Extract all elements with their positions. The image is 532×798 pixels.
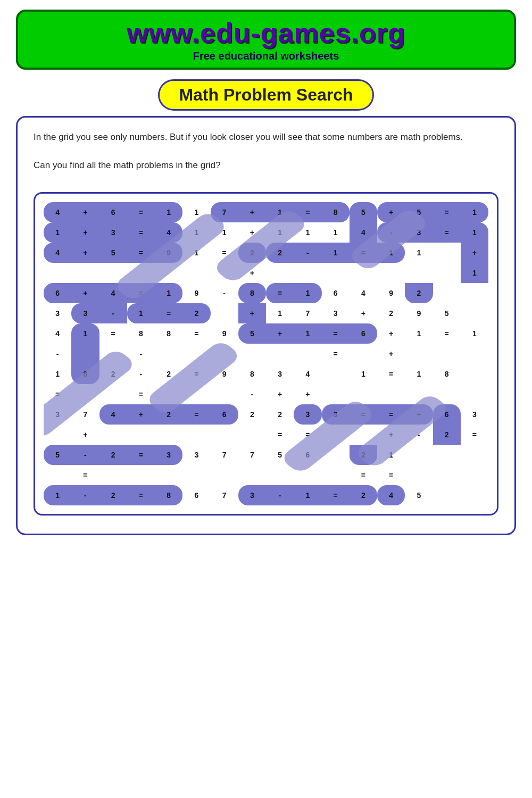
cell-r13c2: = [71,465,99,485]
cell-r1c4: = [127,202,155,222]
cell-r5c1: 3 [44,303,71,323]
cell-r2c6: 1 [182,222,210,243]
description-2: Can you find all the math problems in th… [34,160,498,171]
cell-r7c7 [211,344,238,364]
cell-r3c13: 1 [377,243,405,263]
cell-r8c15: 8 [433,364,461,384]
cell-r3c11: 1 [322,243,350,263]
cell-r3c6: 1 [182,243,210,263]
cell-r4c16: 2 [405,283,433,303]
cell-r7c12 [350,344,377,364]
cell-r1c9: 1 [266,202,294,222]
grid-row-6: 4 1 = 8 8 = 9 5 + 1 = 6 + 1 = [44,323,488,344]
grid-row-8: 1 8 2 - 2 = 9 8 3 4 1 = 1 8 [44,364,488,384]
grid-row-11: + = = + - 2 = [44,425,488,445]
grid-row-1: 4 + 6 = 1 1 7 + 1 = 8 5 + 5 = [44,202,488,222]
cell-r6c5: 8 [155,323,182,344]
cell-r2c11: 1 [322,222,350,243]
cell-r10c6: = [182,404,210,425]
cell-r6c11: = [322,323,350,344]
grid-row-4: 6 + 4 = 1 9 - 8 = 1 6 4 9 2 [44,283,488,303]
cell-r13c12: = [350,465,377,485]
cell-r1c15: = [433,202,461,222]
cell-r7c15 [433,344,461,364]
cell-r4c10: 1 [294,283,321,303]
cell-r5c12: + [350,303,377,323]
cell-r11c15: 2 [433,425,461,445]
cell-r6c7: 9 [211,323,238,344]
cell-r9c11 [322,384,350,404]
cell-r3b-span [44,263,238,283]
cell-r8c4: - [127,364,155,384]
cell-r8c8: 8 [238,364,266,384]
cell-r5c5: = [155,303,182,323]
cell-r7c13: + [377,344,405,364]
cell-r10c3: 4 [99,404,127,425]
cell-r12c2: - [71,445,99,465]
cell-r3c9: 2 [266,243,294,263]
cell-r13c5 [155,465,182,485]
cell-r13c6 [182,465,210,485]
cell-r6c14: 1 [405,323,433,344]
grid-row-5: 3 3 - 1 = 2 + 1 7 3 + 2 9 5 [44,303,488,323]
cell-r11c11 [322,425,350,445]
cell-r12c7: 7 [211,445,238,465]
cell-r5c2: 3 [71,303,99,323]
cell-r5c7 [211,303,238,323]
grid-row-12: 5 - 2 = 3 3 7 7 5 6 2 1 [44,445,488,465]
cell-r10c16: 3 [461,404,488,425]
cell-r1c1: 4 [44,202,71,222]
cell-r7c16 [461,344,488,364]
cell-r7c5 [155,344,182,364]
cell-r9c9: + [266,384,294,404]
cell-r5c11: 3 [322,303,350,323]
cell-r10c12: = [350,404,377,425]
cell-r3c3: 5 [99,243,127,263]
cell-r5c8: + [238,303,266,323]
cell-r5c14: 9 [405,303,433,323]
cell-r11c7 [211,425,238,445]
cell-r2c5: 4 [155,222,182,243]
cell-r13c3 [99,465,127,485]
cell-r8c14: 1 [405,364,433,384]
cell-r7c2 [71,344,99,364]
cell-r9c3 [99,384,127,404]
cell-r4c2: + [71,283,99,303]
cell-r12c1: 5 [44,445,71,465]
cell-r13c1 [44,465,71,485]
cell-r3c7: = [211,243,238,263]
cell-r7c3 [99,344,127,364]
cell-r5c4: 1 [127,303,155,323]
cell-r14c14: 4 [377,485,405,505]
cell-r13c11 [322,465,350,485]
cell-r1c8: + [238,202,266,222]
cell-r5c6: 2 [182,303,210,323]
cell-r4c3: 4 [99,283,127,303]
cell-r8c3: 2 [99,364,127,384]
cell-r5c13: 2 [377,303,405,323]
cell-r2c8: + [238,222,266,243]
cell-r12c4: = [127,445,155,465]
cell-r9c6 [182,384,210,404]
cell-r6c15: = [433,323,461,344]
cell-r10c8: 2 [238,404,266,425]
cell-r11c9: = [266,425,294,445]
math-number-grid: 4 + 6 = 1 1 7 + 1 = 8 5 + 5 = [44,202,488,505]
cell-r10c13: = [377,404,405,425]
cell-r3b-c8: + [238,263,266,283]
cell-r2c10: 1 [294,222,321,243]
cell-r11c10: = [294,425,321,445]
cell-r10c14: + [405,404,433,425]
cell-r2c16: 1 [461,222,488,243]
cell-r2c15: = [433,222,461,243]
page-title-wrap: Math Problem Search [0,79,532,111]
cell-r6c2: 1 [71,323,99,344]
cell-r9c8: - [238,384,266,404]
cell-r9c7 [211,384,238,404]
cell-r3b-c16: 1 [461,263,488,283]
cell-r14c3: 2 [99,485,127,505]
cell-r6c4: 8 [127,323,155,344]
cell-r13c4 [127,465,155,485]
cell-r9c1: = [44,384,71,404]
cell-r10c10: 3 [294,404,321,425]
